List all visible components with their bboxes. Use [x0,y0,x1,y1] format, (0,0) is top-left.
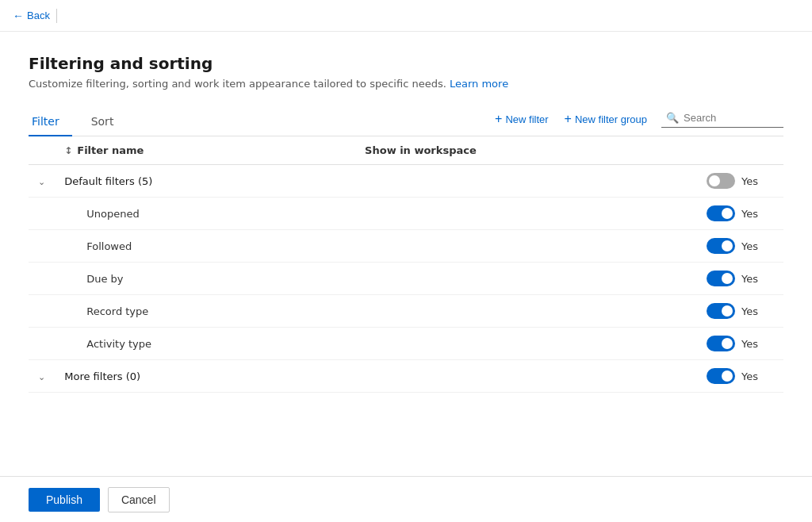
search-box: 🔍 [661,110,783,128]
toggle-slider-record-type [707,303,735,319]
page-subtitle: Customize filtering, sorting and work it… [29,78,783,90]
group-name-default: Default filters (5) [55,165,355,198]
toggle-followed[interactable] [707,238,735,254]
top-nav: ← Back [0,0,812,32]
chevron-cell-default[interactable]: ⌄ [29,165,55,198]
th-chevron [29,136,55,165]
back-button[interactable]: ← Back [13,10,50,22]
workspace-cell-followed: Yes [355,230,783,263]
th-workspace: Show in workspace [355,136,783,165]
bottom-bar: Publish Cancel [0,476,812,522]
workspace-cell-default: Yes [355,165,783,198]
search-icon: 🔍 [666,112,679,124]
chevron-cell-more[interactable]: ⌄ [29,360,55,393]
indent-record-type [29,295,55,328]
chevron-right-icon: ⌄ [38,372,45,382]
tabs-actions: + New filter + New filter group 🔍 [487,109,783,136]
workspace-cell-unopened: Yes [355,198,783,230]
toggle-default[interactable] [707,173,735,189]
group-row-more: ⌄ More filters (0) Yes [29,360,783,393]
sort-icon: ↕ [64,145,72,156]
group-name-more: More filters (0) [55,360,355,393]
yes-label-due-by: Yes [741,273,758,285]
filter-row-record-type: Record type Yes [29,295,783,328]
filter-row-activity-type: Activity type Yes [29,328,783,360]
group-row-default: ⌄ Default filters (5) Yes [29,165,783,198]
chevron-down-icon: ⌄ [38,177,45,187]
filter-name-activity-type: Activity type [55,328,355,360]
yes-label-default: Yes [741,175,758,187]
publish-button[interactable]: Publish [29,488,100,512]
new-filter-group-button[interactable]: + New filter group [557,109,655,129]
tab-sort[interactable]: Sort [79,109,127,136]
indent-due-by [29,263,55,295]
toggle-slider-followed [707,238,735,254]
filter-name-record-type: Record type [55,295,355,328]
filter-name-due-by: Due by [55,263,355,295]
filter-row-followed: Followed Yes [29,230,783,263]
toggle-slider-default [707,173,735,189]
plus-icon-filter-group: + [565,112,572,126]
filter-row-due-by: Due by Yes [29,263,783,295]
th-filter-name: ↕ Filter name [55,136,355,165]
toggle-record-type[interactable] [707,303,735,319]
main-content: Filtering and sorting Customize filterin… [0,32,812,393]
toggle-unopened[interactable] [707,205,735,221]
cancel-button[interactable]: Cancel [108,487,170,512]
tab-filter[interactable]: Filter [29,109,72,136]
subtitle-text: Customize filtering, sorting and work it… [29,78,446,90]
workspace-cell-more: Yes [355,360,783,393]
workspace-cell-activity-type: Yes [355,328,783,360]
new-filter-group-label: New filter group [575,113,647,125]
page-title: Filtering and sorting [29,54,783,73]
toggle-activity-type[interactable] [707,336,735,351]
yes-label-more: Yes [741,370,758,382]
indent-unopened [29,198,55,230]
plus-icon-filter: + [495,112,502,126]
yes-label-followed: Yes [741,240,758,252]
indent-followed [29,230,55,263]
nav-divider [56,9,57,23]
toggle-due-by[interactable] [707,271,735,286]
filter-name-unopened: Unopened [55,198,355,230]
yes-label-unopened: Yes [741,208,758,220]
toggle-slider-more [707,368,735,384]
filter-name-followed: Followed [55,230,355,263]
yes-label-record-type: Yes [741,305,758,317]
back-arrow-icon: ← [13,10,24,22]
tabs-row: Filter Sort + New filter + New filter gr… [29,109,783,136]
search-input[interactable] [684,112,779,124]
learn-more-link[interactable]: Learn more [450,78,508,90]
new-filter-label: New filter [505,113,548,125]
new-filter-button[interactable]: + New filter [487,109,557,129]
indent-activity-type [29,328,55,360]
toggle-slider-due-by [707,271,735,286]
toggle-more[interactable] [707,368,735,384]
workspace-cell-record-type: Yes [355,295,783,328]
toggle-slider-activity-type [707,336,735,351]
table-header-row: ↕ Filter name Show in workspace [29,136,783,165]
toggle-slider-unopened [707,205,735,221]
filter-row-unopened: Unopened Yes [29,198,783,230]
back-label: Back [27,10,50,21]
filter-table: ↕ Filter name Show in workspace ⌄ Defaul… [29,136,783,393]
workspace-cell-due-by: Yes [355,263,783,295]
yes-label-activity-type: Yes [741,338,758,350]
